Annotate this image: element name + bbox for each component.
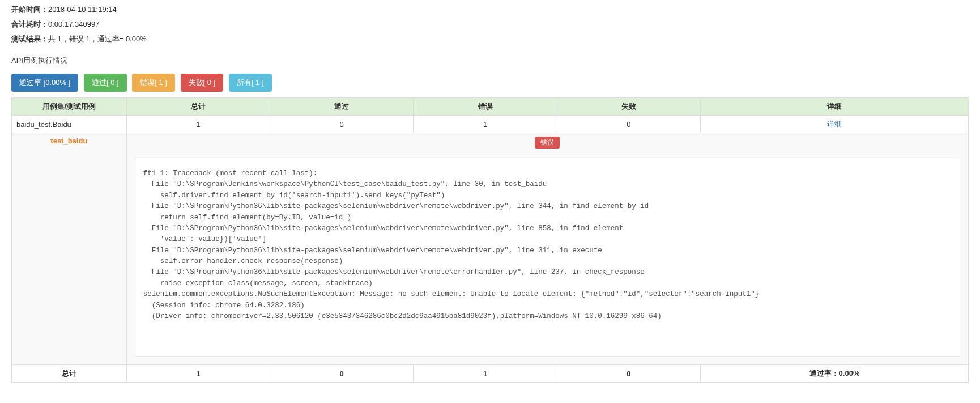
elapsed-value: 0:00:17.340997	[48, 20, 99, 28]
case-body-cell: 错误 ft1_1: Traceback (most recent call la…	[126, 133, 968, 365]
elapsed-line: 合计耗时：0:00:17.340997	[11, 19, 969, 29]
filter-button-row: 通过率 [0.00% ] 通过[ 0 ] 错误[ 1 ] 失败[ 0 ] 所有[…	[11, 74, 969, 92]
footer-row: 总计 1 0 1 0 通过率：0.00%	[12, 365, 969, 383]
suite-total: 1	[126, 116, 270, 133]
section-title: API用例执行情况	[11, 56, 969, 66]
case-name: test_baidu	[12, 133, 127, 365]
suite-error: 1	[414, 116, 557, 133]
suite-detail-link[interactable]: 详细	[827, 120, 842, 128]
footer-total: 1	[126, 365, 270, 383]
header-detail: 详细	[701, 98, 969, 116]
footer-error: 1	[414, 365, 557, 383]
case-error-badge[interactable]: 错误	[535, 137, 560, 149]
header-total: 总计	[126, 98, 270, 116]
footer-fail: 0	[557, 365, 700, 383]
error-filter-button[interactable]: 错误[ 1 ]	[132, 74, 175, 92]
meta-block: 开始时间：2018-04-10 11:19:14 合计耗时：0:00:17.34…	[11, 5, 969, 44]
header-pass: 通过	[270, 98, 414, 116]
table-header-row: 用例集/测试用例 总计 通过 错误 失败 详细	[12, 98, 969, 116]
suite-name: baidu_test.Baidu	[12, 116, 127, 133]
result-label: 测试结果：	[11, 35, 48, 43]
traceback-text: ft1_1: Traceback (most recent call last)…	[135, 158, 960, 356]
case-row: test_baidu 错误 ft1_1: Traceback (most rec…	[12, 133, 969, 365]
header-error: 错误	[414, 98, 557, 116]
header-fail: 失败	[557, 98, 700, 116]
header-suite: 用例集/测试用例	[12, 98, 127, 116]
traceback-box: ft1_1: Traceback (most recent call last)…	[135, 158, 960, 357]
start-time-line: 开始时间：2018-04-10 11:19:14	[11, 5, 969, 15]
elapsed-label: 合计耗时：	[11, 20, 48, 28]
suite-detail-cell: 详细	[701, 116, 969, 133]
pass-rate-button[interactable]: 通过率 [0.00% ]	[11, 74, 78, 92]
suite-row: baidu_test.Baidu 1 0 1 0 详细	[12, 116, 969, 133]
start-time-label: 开始时间：	[11, 5, 48, 14]
start-time-value: 2018-04-10 11:19:14	[48, 5, 117, 14]
footer-label: 总计	[12, 365, 127, 383]
result-line: 测试结果：共 1，错误 1，通过率= 0.00%	[11, 34, 969, 44]
all-filter-button[interactable]: 所有[ 1 ]	[229, 74, 272, 92]
report-table: 用例集/测试用例 总计 通过 错误 失败 详细 baidu_test.Baidu…	[11, 97, 969, 383]
footer-pass: 0	[270, 365, 414, 383]
footer-rate: 通过率：0.00%	[701, 365, 969, 383]
pass-filter-button[interactable]: 通过[ 0 ]	[84, 74, 127, 92]
case-badge-wrap: 错误	[127, 133, 968, 152]
suite-fail: 0	[557, 116, 700, 133]
fail-filter-button[interactable]: 失败[ 0 ]	[181, 74, 224, 92]
result-value: 共 1，错误 1，通过率= 0.00%	[48, 35, 147, 43]
suite-pass: 0	[270, 116, 414, 133]
